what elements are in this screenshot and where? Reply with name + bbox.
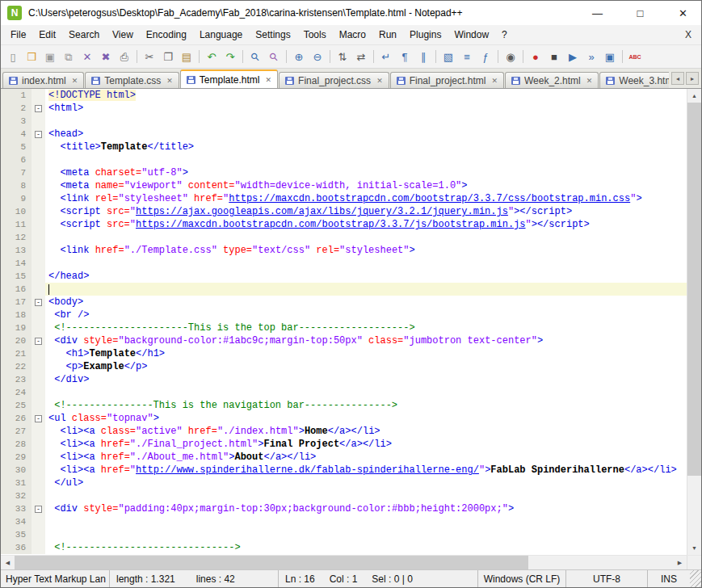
- code-text[interactable]: <p>Example</p>: [45, 360, 687, 373]
- redo-icon[interactable]: ↷: [221, 48, 239, 65]
- code-line[interactable]: 34: [1, 515, 687, 528]
- code-editor[interactable]: 1<!DOCTYPE html>2-<html>34-<head>5 <titl…: [1, 89, 687, 555]
- code-line[interactable]: 4-<head>: [1, 128, 687, 141]
- close-button[interactable]: ✕: [665, 1, 701, 25]
- menu-file[interactable]: File: [4, 27, 32, 43]
- menu-language[interactable]: Language: [193, 27, 249, 43]
- tab-scroll-left-icon[interactable]: ◂: [671, 72, 684, 85]
- fold-collapse-icon[interactable]: -: [35, 131, 42, 138]
- code-text[interactable]: <li><a class="active" href="./index.html…: [45, 425, 687, 438]
- save-all-icon[interactable]: ⧉: [60, 48, 78, 65]
- tab-week-2-html[interactable]: Week_2.html✕: [505, 72, 599, 88]
- code-text[interactable]: <li><a href="./Final_project.html">Final…: [45, 438, 687, 451]
- code-text[interactable]: <h1>Template</h1>: [45, 347, 687, 360]
- code-text[interactable]: <br />: [45, 309, 687, 321]
- code-text[interactable]: <!DOCTYPE html>: [45, 89, 687, 102]
- code-line[interactable]: 35: [1, 528, 687, 541]
- code-text[interactable]: <meta charset="utf-8">: [45, 166, 687, 179]
- code-line[interactable]: 21 <h1>Template</h1>: [1, 347, 687, 360]
- code-line[interactable]: 36 <!----------------------------->: [1, 541, 687, 554]
- code-line[interactable]: 12: [1, 231, 687, 244]
- code-text[interactable]: <link rel="stylesheet" href="https://max…: [45, 192, 687, 205]
- copy-icon[interactable]: ❐: [159, 48, 177, 65]
- code-text[interactable]: <li><a href="http://www.spinderihallerne…: [45, 464, 687, 477]
- code-text[interactable]: [45, 231, 687, 244]
- tab-close-icon[interactable]: ✕: [586, 77, 593, 85]
- code-text[interactable]: <script src="https://ajax.googleapis.com…: [45, 205, 687, 218]
- stop-macro-icon[interactable]: ■: [545, 48, 563, 65]
- code-line[interactable]: 13 <link href="./Template.css" type="tex…: [1, 244, 687, 257]
- code-text[interactable]: [45, 153, 687, 166]
- close-file-icon[interactable]: ✕: [78, 48, 96, 65]
- code-text[interactable]: [45, 386, 687, 399]
- vertical-scrollbar-thumb[interactable]: [687, 103, 701, 476]
- tab-close-icon[interactable]: ✕: [376, 77, 383, 85]
- show-all-characters-icon[interactable]: ¶: [396, 48, 414, 65]
- code-line[interactable]: 27 <li><a class="active" href="./index.h…: [1, 425, 687, 438]
- code-line[interactable]: 16: [1, 283, 687, 296]
- spell-check-icon[interactable]: ABC: [626, 48, 644, 65]
- code-line[interactable]: 33- <div style="padding:40px;margin-top:…: [1, 502, 687, 515]
- vertical-scrollbar-track[interactable]: [687, 103, 701, 541]
- paste-icon[interactable]: ▤: [178, 48, 195, 65]
- fold-collapse-icon[interactable]: -: [35, 415, 42, 422]
- code-text[interactable]: <title>Template</title>: [45, 141, 687, 153]
- code-text[interactable]: <head>: [45, 128, 687, 141]
- document-map-icon[interactable]: ▧: [439, 48, 457, 65]
- record-macro-icon[interactable]: ●: [527, 48, 544, 65]
- code-line[interactable]: 5 <title>Template</title>: [1, 141, 687, 153]
- document-list-icon[interactable]: ≡: [458, 48, 476, 65]
- tab-week-3-html[interactable]: Week_3.html✕: [599, 72, 669, 88]
- code-text[interactable]: [45, 257, 687, 270]
- code-text[interactable]: </head>: [45, 270, 687, 283]
- menu-tools[interactable]: Tools: [297, 27, 333, 43]
- code-text[interactable]: </div>: [45, 373, 687, 386]
- code-text[interactable]: <script src="https://maxcdn.bootstrapcdn…: [45, 218, 687, 231]
- code-text[interactable]: <meta name="viewport" content="width=dev…: [45, 179, 687, 192]
- tab-template-css[interactable]: Template.css✕: [85, 72, 179, 88]
- tab-index-html[interactable]: index.html✕: [2, 72, 84, 88]
- scroll-up-icon[interactable]: ▲: [687, 89, 701, 103]
- code-line[interactable]: 20- <div style="background-color:#1abc9c…: [1, 334, 687, 347]
- code-text[interactable]: <body>: [45, 296, 687, 309]
- fold-collapse-icon[interactable]: -: [35, 299, 42, 306]
- code-line[interactable]: 32: [1, 489, 687, 502]
- code-text[interactable]: [45, 515, 687, 528]
- minimize-button[interactable]: —: [579, 1, 616, 25]
- fold-collapse-icon[interactable]: -: [35, 105, 42, 112]
- code-text[interactable]: [45, 115, 687, 128]
- horizontal-scrollbar[interactable]: ◀ ▶: [1, 555, 701, 569]
- code-line[interactable]: 31 </ul>: [1, 477, 687, 489]
- undo-icon[interactable]: ↶: [203, 48, 221, 65]
- tab-template-html[interactable]: Template.html✕: [180, 69, 278, 88]
- fold-collapse-icon[interactable]: -: [35, 506, 42, 513]
- code-text[interactable]: [45, 283, 687, 296]
- code-line[interactable]: 30 <li><a href="http://www.spinderihalle…: [1, 464, 687, 477]
- code-text[interactable]: <html>: [45, 102, 687, 115]
- tab-close-icon[interactable]: ✕: [72, 77, 78, 85]
- tab-close-icon[interactable]: ✕: [266, 76, 272, 84]
- open-folder-icon[interactable]: ❒: [23, 48, 40, 65]
- zoom-out-icon[interactable]: ⊖: [309, 48, 326, 65]
- code-line[interactable]: 23 </div>: [1, 373, 687, 386]
- horizontal-scrollbar-track[interactable]: [15, 556, 673, 569]
- code-line[interactable]: 6: [1, 153, 687, 166]
- code-text[interactable]: <li><a href="./About_me.html">About</a><…: [45, 451, 687, 464]
- code-line[interactable]: 26-<ul class="topnav">: [1, 412, 687, 425]
- code-line[interactable]: 22 <p>Example</p>: [1, 360, 687, 373]
- code-line[interactable]: 7 <meta charset="utf-8">: [1, 166, 687, 179]
- fold-collapse-icon[interactable]: -: [35, 338, 42, 345]
- save-icon[interactable]: ▣: [41, 48, 59, 65]
- code-text[interactable]: [45, 528, 687, 541]
- menu-search[interactable]: Search: [62, 27, 106, 43]
- menu-view[interactable]: View: [106, 27, 140, 43]
- menu-run[interactable]: Run: [372, 27, 403, 43]
- code-line[interactable]: 29 <li><a href="./About_me.html">About</…: [1, 451, 687, 464]
- find-icon[interactable]: ⚲: [246, 48, 264, 65]
- code-line[interactable]: 10 <script src="https://ajax.googleapis.…: [1, 205, 687, 218]
- replace-icon[interactable]: ⚲: [265, 48, 283, 65]
- code-line[interactable]: 1<!DOCTYPE html>: [1, 89, 687, 102]
- code-line[interactable]: 25 <!---------------This is the navigati…: [1, 399, 687, 412]
- run-macro-multiple-icon[interactable]: »: [582, 48, 600, 65]
- scroll-left-icon[interactable]: ◀: [1, 556, 15, 569]
